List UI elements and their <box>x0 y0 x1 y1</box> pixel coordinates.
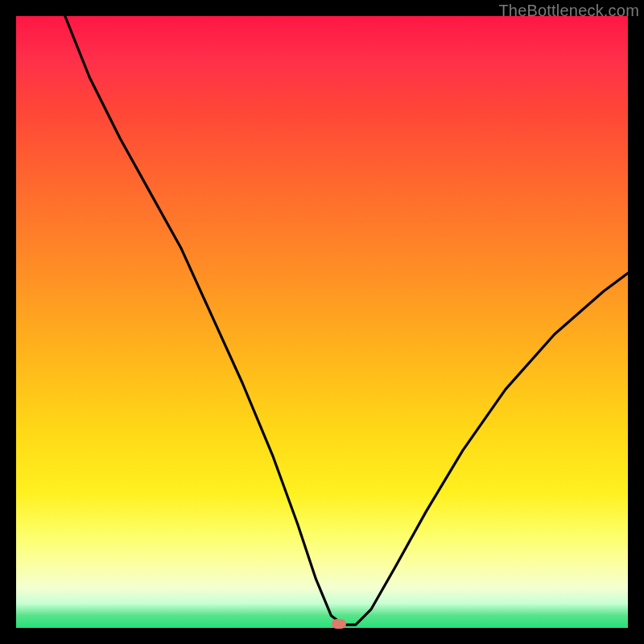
optimal-point-marker <box>332 619 346 629</box>
bottleneck-curve <box>16 16 628 628</box>
bottleneck-heat-plot <box>16 16 628 628</box>
stage: TheBottleneck.com <box>0 0 644 644</box>
